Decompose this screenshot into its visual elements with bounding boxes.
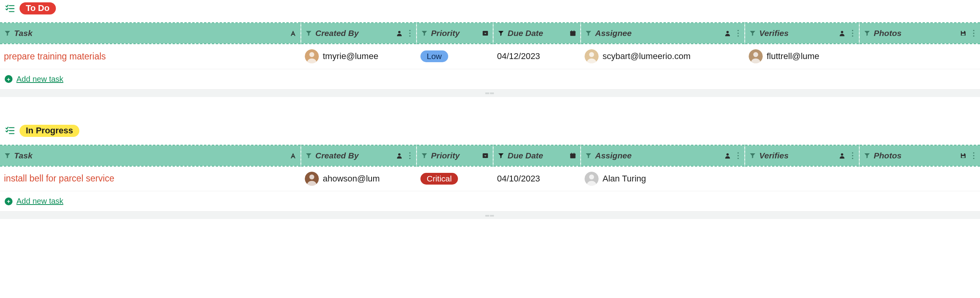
text-type-icon xyxy=(290,30,297,37)
filter-icon[interactable] xyxy=(585,30,592,37)
status-pill[interactable]: In Progress xyxy=(20,125,79,137)
col-menu-icon[interactable] xyxy=(408,151,412,160)
col-label: Due Date xyxy=(508,29,543,38)
col-header-priority[interactable]: Priority xyxy=(417,23,493,44)
grip-icon: ══ xyxy=(485,90,495,96)
cell-due-date[interactable]: 04/12/2023 xyxy=(493,44,581,69)
cell-created-by[interactable]: ahowson@lum xyxy=(301,166,417,191)
task-name: install bell for parcel service xyxy=(4,173,114,184)
file-type-icon xyxy=(960,30,967,37)
col-label: Verifies xyxy=(759,29,789,38)
avatar xyxy=(305,49,319,63)
grip-icon: ══ xyxy=(485,212,495,219)
filter-icon[interactable] xyxy=(421,30,428,37)
tasks-table: Task Created By Priority Due Date xyxy=(0,22,980,69)
section-resize-handle[interactable]: ══ xyxy=(0,211,980,219)
created-by-text: ahowson@lum xyxy=(323,174,380,184)
add-task-link[interactable]: Add new task xyxy=(16,75,63,84)
cell-task[interactable]: prepare training materials xyxy=(0,44,301,69)
due-date-text: 04/10/2023 xyxy=(497,174,540,184)
priority-badge: Critical xyxy=(420,173,458,185)
col-header-due-date[interactable]: Due Date xyxy=(493,23,581,44)
col-menu-icon[interactable] xyxy=(408,29,412,38)
add-task-row[interactable]: + Add new task xyxy=(0,69,980,89)
filter-icon[interactable] xyxy=(305,152,312,159)
col-header-assignee[interactable]: Assignee xyxy=(581,23,745,44)
section-header: In Progress xyxy=(0,122,980,145)
col-label: Task xyxy=(14,29,32,38)
plus-icon[interactable]: + xyxy=(5,75,13,83)
filter-icon[interactable] xyxy=(864,30,871,37)
cell-verifies[interactable] xyxy=(745,166,859,191)
col-header-photos[interactable]: Photos xyxy=(859,23,980,44)
cell-due-date[interactable]: 04/10/2023 xyxy=(493,166,581,191)
col-header-photos[interactable]: Photos xyxy=(859,145,980,166)
cell-assignee[interactable]: Alan Turing xyxy=(581,166,745,191)
col-header-assignee[interactable]: Assignee xyxy=(581,145,745,166)
user-type-icon xyxy=(396,152,403,159)
col-label: Due Date xyxy=(508,151,543,160)
col-header-task[interactable]: Task xyxy=(0,23,301,44)
col-menu-icon[interactable] xyxy=(971,151,976,160)
filter-icon[interactable] xyxy=(749,152,756,159)
filter-icon[interactable] xyxy=(585,152,592,159)
filter-icon[interactable] xyxy=(4,30,11,37)
user-type-icon xyxy=(724,152,731,159)
col-label: Photos xyxy=(874,29,901,38)
date-type-icon xyxy=(569,152,576,159)
text-type-icon xyxy=(290,152,297,159)
col-header-task[interactable]: Task xyxy=(0,145,301,166)
col-label: Assignee xyxy=(595,151,631,160)
cell-assignee[interactable]: scybart@lumeerio.com xyxy=(581,44,745,69)
cell-photos[interactable] xyxy=(859,44,980,69)
filter-icon[interactable] xyxy=(421,152,428,159)
plus-icon[interactable]: + xyxy=(5,197,13,205)
cell-verifies[interactable]: fluttrell@lume xyxy=(745,44,859,69)
col-header-created-by[interactable]: Created By xyxy=(301,145,417,166)
col-menu-icon[interactable] xyxy=(736,29,740,38)
col-menu-icon[interactable] xyxy=(736,151,740,160)
filter-icon[interactable] xyxy=(864,152,871,159)
col-header-created-by[interactable]: Created By xyxy=(301,23,417,44)
cell-priority[interactable]: Critical xyxy=(417,166,493,191)
verifies-text: fluttrell@lume xyxy=(767,51,819,61)
col-header-due-date[interactable]: Due Date xyxy=(493,145,581,166)
checklist-icon[interactable] xyxy=(5,4,15,14)
user-type-icon xyxy=(396,30,403,37)
col-label: Created By xyxy=(315,29,359,38)
filter-icon[interactable] xyxy=(497,152,504,159)
avatar xyxy=(749,49,763,63)
col-label: Verifies xyxy=(759,151,789,160)
add-task-link[interactable]: Add new task xyxy=(16,197,63,206)
section-inprogress: In Progress Task Created By Priority xyxy=(0,122,980,219)
section-resize-handle[interactable]: ══ xyxy=(0,89,980,97)
assignee-text: Alan Turing xyxy=(603,174,646,184)
section-header: To Do xyxy=(0,0,980,22)
cell-photos[interactable] xyxy=(859,166,980,191)
created-by-text: tmyrie@lumee xyxy=(323,51,378,61)
filter-icon[interactable] xyxy=(497,30,504,37)
filter-icon[interactable] xyxy=(4,152,11,159)
cell-task[interactable]: install bell for parcel service xyxy=(0,166,301,191)
filter-icon[interactable] xyxy=(305,30,312,37)
user-type-icon xyxy=(839,152,846,159)
task-row[interactable]: install bell for parcel service ahowson@… xyxy=(0,166,980,191)
task-row[interactable]: prepare training materials tmyrie@lumee … xyxy=(0,44,980,69)
col-header-verifies[interactable]: Verifies xyxy=(745,23,859,44)
col-label: Priority xyxy=(431,29,460,38)
col-menu-icon[interactable] xyxy=(971,29,976,38)
filter-icon[interactable] xyxy=(749,30,756,37)
col-menu-icon[interactable] xyxy=(850,151,855,160)
col-menu-icon[interactable] xyxy=(850,29,855,38)
cell-created-by[interactable]: tmyrie@lumee xyxy=(301,44,417,69)
checklist-icon[interactable] xyxy=(5,126,15,136)
col-header-priority[interactable]: Priority xyxy=(417,145,493,166)
priority-badge: Low xyxy=(420,50,448,62)
cell-priority[interactable]: Low xyxy=(417,44,493,69)
col-header-verifies[interactable]: Verifies xyxy=(745,145,859,166)
user-type-icon xyxy=(724,30,731,37)
select-type-icon xyxy=(482,30,489,37)
status-pill[interactable]: To Do xyxy=(20,2,56,14)
add-task-row[interactable]: + Add new task xyxy=(0,191,980,211)
tasks-table: Task Created By Priority Due Date xyxy=(0,145,980,192)
